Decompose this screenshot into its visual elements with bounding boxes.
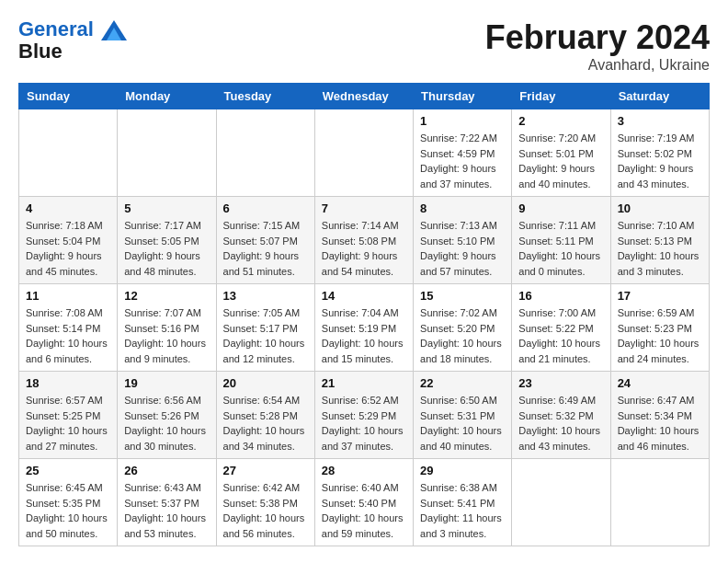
logo-blue: Blue (18, 40, 127, 63)
day-info: Sunrise: 7:15 AM Sunset: 5:07 PM Dayligh… (223, 218, 308, 279)
header-row: SundayMondayTuesdayWednesdayThursdayFrid… (19, 84, 710, 109)
calendar-cell: 9 Sunrise: 7:11 AM Sunset: 5:11 PM Dayli… (512, 197, 610, 284)
calendar-cell (118, 109, 216, 197)
day-info: Sunrise: 7:00 AM Sunset: 5:22 PM Dayligh… (518, 305, 603, 366)
calendar-table: SundayMondayTuesdayWednesdayThursdayFrid… (18, 83, 710, 546)
day-info: Sunrise: 7:02 AM Sunset: 5:20 PM Dayligh… (420, 305, 505, 366)
calendar-cell: 10 Sunrise: 7:10 AM Sunset: 5:13 PM Dayl… (610, 197, 709, 284)
calendar-cell (314, 109, 413, 197)
day-number: 14 (322, 289, 406, 303)
logo-icon (101, 20, 127, 40)
day-info: Sunrise: 7:17 AM Sunset: 5:05 PM Dayligh… (124, 218, 209, 279)
calendar-cell: 8 Sunrise: 7:13 AM Sunset: 5:10 PM Dayli… (414, 197, 512, 284)
logo-general: General (18, 17, 94, 40)
calendar-cell: 17 Sunrise: 6:59 AM Sunset: 5:23 PM Dayl… (610, 284, 709, 372)
day-info: Sunrise: 7:22 AM Sunset: 4:59 PM Dayligh… (420, 131, 505, 191)
calendar-cell: 1 Sunrise: 7:22 AM Sunset: 4:59 PM Dayli… (414, 109, 512, 197)
calendar-cell: 5 Sunrise: 7:17 AM Sunset: 5:05 PM Dayli… (118, 197, 216, 284)
day-number: 1 (420, 114, 505, 128)
day-number: 18 (26, 376, 110, 390)
weekday-header-monday: Monday (118, 84, 216, 109)
day-info: Sunrise: 7:10 AM Sunset: 5:13 PM Dayligh… (618, 218, 702, 279)
day-number: 15 (420, 289, 505, 303)
calendar-cell: 26 Sunrise: 6:43 AM Sunset: 5:37 PM Dayl… (118, 459, 216, 546)
day-number: 24 (618, 376, 702, 390)
page-header: General Blue February 2024 Avanhard, Ukr… (18, 18, 710, 74)
calendar-week-1: 1 Sunrise: 7:22 AM Sunset: 4:59 PM Dayli… (19, 109, 710, 197)
day-info: Sunrise: 7:19 AM Sunset: 5:02 PM Dayligh… (618, 131, 702, 191)
day-info: Sunrise: 7:11 AM Sunset: 5:11 PM Dayligh… (518, 218, 603, 279)
day-number: 2 (518, 114, 603, 128)
calendar-cell: 23 Sunrise: 6:49 AM Sunset: 5:32 PM Dayl… (512, 372, 610, 459)
calendar-cell: 19 Sunrise: 6:56 AM Sunset: 5:26 PM Dayl… (118, 372, 216, 459)
day-number: 16 (518, 289, 603, 303)
day-info: Sunrise: 7:13 AM Sunset: 5:10 PM Dayligh… (420, 218, 505, 279)
day-number: 12 (124, 289, 209, 303)
day-number: 8 (420, 201, 505, 215)
calendar-cell: 15 Sunrise: 7:02 AM Sunset: 5:20 PM Dayl… (414, 284, 512, 372)
calendar-cell (19, 109, 118, 197)
day-number: 6 (223, 201, 308, 215)
location-subtitle: Avanhard, Ukraine (485, 57, 710, 74)
calendar-week-3: 11 Sunrise: 7:08 AM Sunset: 5:14 PM Dayl… (19, 284, 710, 372)
day-info: Sunrise: 6:59 AM Sunset: 5:23 PM Dayligh… (618, 305, 702, 366)
weekday-header-saturday: Saturday (610, 84, 709, 109)
day-info: Sunrise: 6:54 AM Sunset: 5:28 PM Dayligh… (223, 393, 308, 454)
calendar-cell: 2 Sunrise: 7:20 AM Sunset: 5:01 PM Dayli… (512, 109, 610, 197)
calendar-cell: 12 Sunrise: 7:07 AM Sunset: 5:16 PM Dayl… (118, 284, 216, 372)
day-number: 19 (124, 376, 209, 390)
day-number: 27 (223, 464, 308, 477)
day-info: Sunrise: 6:52 AM Sunset: 5:29 PM Dayligh… (322, 393, 406, 454)
calendar-cell: 16 Sunrise: 7:00 AM Sunset: 5:22 PM Dayl… (512, 284, 610, 372)
day-number: 13 (223, 289, 308, 303)
calendar-cell: 24 Sunrise: 6:47 AM Sunset: 5:34 PM Dayl… (610, 372, 709, 459)
day-info: Sunrise: 7:04 AM Sunset: 5:19 PM Dayligh… (322, 305, 406, 366)
day-info: Sunrise: 6:57 AM Sunset: 5:25 PM Dayligh… (26, 393, 110, 454)
calendar-cell: 21 Sunrise: 6:52 AM Sunset: 5:29 PM Dayl… (314, 372, 413, 459)
calendar-cell: 28 Sunrise: 6:40 AM Sunset: 5:40 PM Dayl… (314, 459, 413, 546)
day-info: Sunrise: 6:43 AM Sunset: 5:37 PM Dayligh… (124, 480, 209, 541)
day-number: 3 (618, 114, 702, 128)
day-number: 25 (26, 464, 110, 477)
calendar-cell: 29 Sunrise: 6:38 AM Sunset: 5:41 PM Dayl… (414, 459, 512, 546)
day-info: Sunrise: 6:56 AM Sunset: 5:26 PM Dayligh… (124, 393, 209, 454)
calendar-cell: 22 Sunrise: 6:50 AM Sunset: 5:31 PM Dayl… (414, 372, 512, 459)
day-info: Sunrise: 7:05 AM Sunset: 5:17 PM Dayligh… (223, 305, 308, 366)
day-number: 28 (322, 464, 406, 477)
calendar-cell (216, 109, 314, 197)
calendar-week-4: 18 Sunrise: 6:57 AM Sunset: 5:25 PM Dayl… (19, 372, 710, 459)
day-info: Sunrise: 7:07 AM Sunset: 5:16 PM Dayligh… (124, 305, 209, 366)
weekday-header-tuesday: Tuesday (216, 84, 314, 109)
day-info: Sunrise: 7:08 AM Sunset: 5:14 PM Dayligh… (26, 305, 110, 366)
day-number: 21 (322, 376, 406, 390)
title-area: February 2024 Avanhard, Ukraine (485, 18, 710, 74)
day-number: 20 (223, 376, 308, 390)
day-number: 17 (618, 289, 702, 303)
calendar-cell: 14 Sunrise: 7:04 AM Sunset: 5:19 PM Dayl… (314, 284, 413, 372)
day-number: 26 (124, 464, 209, 477)
day-number: 9 (518, 201, 603, 215)
day-info: Sunrise: 6:50 AM Sunset: 5:31 PM Dayligh… (420, 393, 505, 454)
day-info: Sunrise: 6:49 AM Sunset: 5:32 PM Dayligh… (518, 393, 603, 454)
day-info: Sunrise: 6:42 AM Sunset: 5:38 PM Dayligh… (223, 480, 308, 541)
calendar-cell: 3 Sunrise: 7:19 AM Sunset: 5:02 PM Dayli… (610, 109, 709, 197)
calendar-cell: 6 Sunrise: 7:15 AM Sunset: 5:07 PM Dayli… (216, 197, 314, 284)
day-info: Sunrise: 6:45 AM Sunset: 5:35 PM Dayligh… (26, 480, 110, 541)
day-info: Sunrise: 7:18 AM Sunset: 5:04 PM Dayligh… (26, 218, 110, 279)
calendar-cell: 25 Sunrise: 6:45 AM Sunset: 5:35 PM Dayl… (19, 459, 118, 546)
calendar-cell: 18 Sunrise: 6:57 AM Sunset: 5:25 PM Dayl… (19, 372, 118, 459)
calendar-cell: 27 Sunrise: 6:42 AM Sunset: 5:38 PM Dayl… (216, 459, 314, 546)
day-number: 29 (420, 464, 505, 477)
day-number: 5 (124, 201, 209, 215)
calendar-week-2: 4 Sunrise: 7:18 AM Sunset: 5:04 PM Dayli… (19, 197, 710, 284)
calendar-cell: 13 Sunrise: 7:05 AM Sunset: 5:17 PM Dayl… (216, 284, 314, 372)
weekday-header-sunday: Sunday (19, 84, 118, 109)
weekday-header-friday: Friday (512, 84, 610, 109)
day-info: Sunrise: 7:20 AM Sunset: 5:01 PM Dayligh… (518, 131, 603, 191)
logo: General Blue (18, 18, 127, 63)
day-info: Sunrise: 6:40 AM Sunset: 5:40 PM Dayligh… (322, 480, 406, 541)
day-number: 7 (322, 201, 406, 215)
day-number: 11 (26, 289, 110, 303)
day-info: Sunrise: 6:38 AM Sunset: 5:41 PM Dayligh… (420, 480, 505, 541)
day-number: 22 (420, 376, 505, 390)
